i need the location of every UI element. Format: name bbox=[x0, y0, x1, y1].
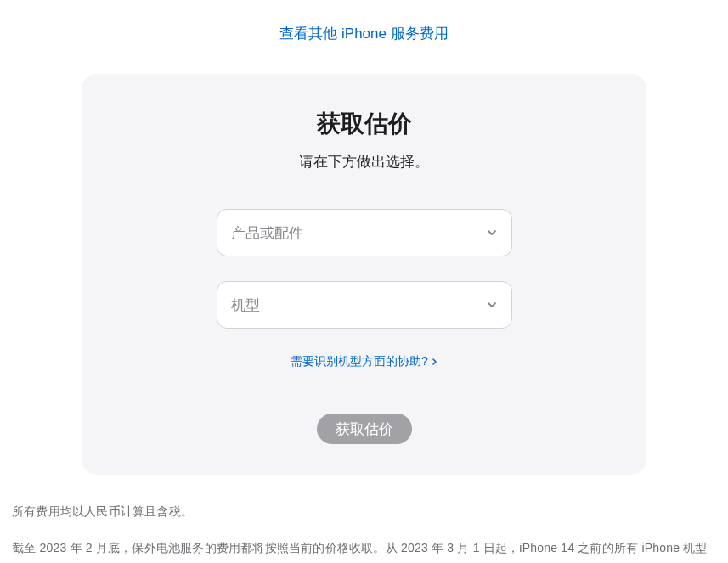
get-estimate-button[interactable]: 获取估价 bbox=[317, 414, 412, 444]
help-link-label: 需要识别机型方面的协助? bbox=[291, 354, 428, 369]
other-service-fees-link[interactable]: 查看其他 iPhone 服务费用 bbox=[279, 25, 448, 42]
model-select-placeholder: 机型 bbox=[231, 296, 260, 315]
product-select-wrap: 产品或配件 bbox=[217, 209, 512, 256]
footnote-line-1: 所有费用均以人民币计算且含税。 bbox=[12, 498, 716, 525]
chevron-down-icon bbox=[486, 227, 498, 239]
product-select[interactable]: 产品或配件 bbox=[217, 209, 512, 256]
chevron-right-icon bbox=[432, 358, 437, 366]
chevron-down-icon bbox=[486, 299, 498, 311]
footnotes: 所有费用均以人民币计算且含税。 截至 2023 年 2 月底，保外电池服务的费用… bbox=[8, 475, 720, 563]
model-select-wrap: 机型 bbox=[217, 281, 512, 329]
card-subtitle: 请在下方做出选择。 bbox=[116, 152, 612, 172]
footnote-line-2: 截至 2023 年 2 月底，保外电池服务的费用都将按照当前的价格收取。从 20… bbox=[12, 535, 716, 563]
top-link-container: 查看其他 iPhone 服务费用 bbox=[8, 0, 720, 59]
identify-model-help-link[interactable]: 需要识别机型方面的协助? bbox=[291, 354, 437, 369]
footnote-line-2-text: 截至 2023 年 2 月底，保外电池服务的费用都将按照当前的价格收取。从 20… bbox=[12, 541, 708, 563]
model-select[interactable]: 机型 bbox=[217, 281, 512, 329]
product-select-placeholder: 产品或配件 bbox=[231, 223, 303, 243]
submit-row: 获取估价 bbox=[116, 414, 612, 444]
card-title: 获取估价 bbox=[116, 108, 612, 140]
estimate-card: 获取估价 请在下方做出选择。 产品或配件 机型 bbox=[82, 74, 646, 475]
